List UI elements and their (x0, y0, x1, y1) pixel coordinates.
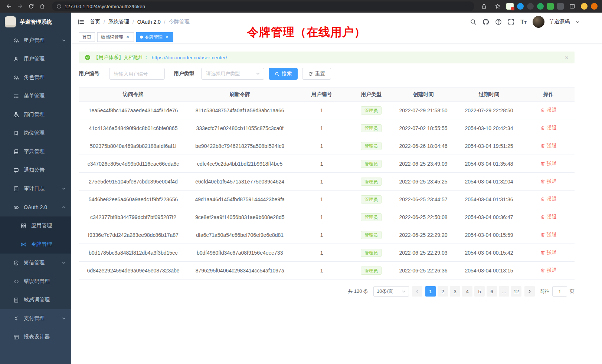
sidebar-item-sms[interactable]: 短信管理 (0, 254, 71, 272)
sidebar-item-audit-log[interactable]: 审计日志 (0, 179, 71, 198)
expire-time-cell: 2054-03-04 00:15:59 (455, 226, 522, 244)
force-logout-button[interactable]: 强退 (540, 196, 557, 202)
tab-close-icon[interactable]: × (125, 34, 130, 40)
split-view-icon[interactable] (567, 1, 578, 11)
force-logout-button[interactable]: 强退 (540, 249, 557, 256)
sidebar-item-error-code[interactable]: 错误码管理 (0, 272, 71, 291)
tab-sensitive-word[interactable]: 敏感词管理× (97, 32, 134, 42)
action-cell: 强退 (523, 119, 575, 137)
access-token-cell: c342377bf8b344799dcbf7bf095287f2 (79, 208, 188, 226)
browser-back-button[interactable] (4, 1, 14, 11)
menu-fold-icon[interactable] (77, 18, 85, 26)
page-button-12[interactable]: 12 (511, 286, 521, 297)
github-icon[interactable] (482, 19, 489, 25)
page-more-button[interactable]: ... (499, 286, 509, 297)
browser-home-button[interactable] (37, 1, 48, 11)
sidebar-item-menu[interactable]: 菜单管理 (0, 87, 71, 105)
force-logout-button[interactable]: 强退 (540, 231, 557, 238)
sidebar-item-oauth2[interactable]: OAuth 2.0 (0, 198, 71, 216)
user-avatar[interactable] (533, 16, 544, 28)
extension-icon[interactable] (527, 3, 534, 10)
expire-time-cell: 2054-03-10 20:42:34 (455, 119, 522, 137)
force-logout-button[interactable]: 强退 (540, 107, 557, 113)
page-size-select[interactable]: 10条/页 (373, 286, 409, 297)
sidebar-item-post[interactable]: 岗位管理 (0, 124, 71, 142)
close-icon[interactable]: × (565, 54, 569, 61)
force-logout-button[interactable]: 强退 (540, 142, 557, 149)
user-type-cell: 管理员 (351, 262, 391, 279)
help-icon[interactable] (495, 19, 502, 25)
breadcrumb-item[interactable]: 系统管理 (108, 19, 129, 25)
share-icon[interactable] (479, 1, 489, 11)
page-button-6[interactable]: 6 (487, 286, 497, 297)
extension-icon[interactable] (517, 3, 524, 10)
extensions-puzzle-icon[interactable] (547, 3, 554, 10)
sidebar-item-pay[interactable]: 支付管理 (0, 309, 71, 328)
user-type-badge: 管理员 (361, 124, 382, 132)
page-button-4[interactable]: 4 (462, 286, 472, 297)
sidebar-item-report-designer[interactable]: 报表设计器 (0, 328, 71, 346)
sidebar-item-tenant[interactable]: 租户管理 (0, 31, 71, 50)
sidebar-item-sensitive-word[interactable]: 敏感词管理 (0, 291, 71, 309)
access-token-cell: b0d1785bc3a8482f812db4a3f3bd15ec (79, 244, 188, 262)
goto-page-input[interactable] (552, 286, 567, 297)
sidebar-item-notice[interactable]: 通知公告 (0, 161, 71, 179)
goto-page: 前往 页 (540, 286, 575, 297)
font-size-icon[interactable]: TT (520, 19, 527, 25)
browser-profile-avatar[interactable] (591, 3, 598, 10)
app-logo[interactable]: 芋道管理系统 (0, 13, 71, 31)
tab-oauth2-token[interactable]: 令牌管理× (136, 32, 173, 42)
extension-icon[interactable] (557, 3, 564, 10)
search-button[interactable]: 搜索 (269, 68, 298, 80)
chevron-down-icon[interactable] (576, 20, 580, 24)
extension-icon[interactable] (506, 3, 514, 10)
profile-emoji-icon[interactable] (581, 3, 588, 10)
force-logout-button[interactable]: 强退 (540, 178, 557, 185)
sidebar-item-role[interactable]: 角色管理 (0, 68, 71, 87)
page-button-5[interactable]: 5 (474, 286, 485, 297)
force-logout-button[interactable]: 强退 (540, 125, 557, 131)
url-bar[interactable]: 127.0.0.1:1024/system/oauth2/token (52, 1, 474, 11)
sidebar-item-user[interactable]: 用户管理 (0, 50, 71, 68)
next-page-button[interactable] (524, 286, 535, 297)
action-cell: 强退 (523, 155, 575, 173)
breadcrumb-item[interactable]: 首页 (90, 19, 100, 25)
site-info-icon[interactable] (56, 4, 62, 9)
bookmark-star-icon[interactable] (493, 1, 503, 11)
sidebar-item-oauth2-app[interactable]: 应用管理 (0, 216, 71, 235)
sidebar-item-dept[interactable]: 部门管理 (0, 105, 71, 124)
chevron-down-icon (256, 72, 260, 76)
prev-page-button[interactable] (412, 286, 422, 297)
user-type-select[interactable]: 请选择用户类型 (201, 68, 264, 80)
force-logout-button[interactable]: 强退 (540, 214, 557, 220)
breadcrumb-separator: / (104, 19, 105, 25)
logo-avatar (5, 16, 16, 27)
page-button-1[interactable]: 1 (425, 286, 436, 297)
tab-home[interactable]: 首页 (79, 32, 95, 42)
browser-forward-button[interactable] (15, 1, 25, 11)
force-logout-button[interactable]: 强退 (540, 267, 557, 274)
tab-label: 首页 (82, 34, 91, 40)
search-icon[interactable] (470, 19, 477, 25)
user-name[interactable]: 芋道源码 (549, 19, 570, 25)
user-id-cell: 1 (292, 191, 351, 208)
chevron-down-icon (402, 289, 406, 294)
breadcrumb-item[interactable]: OAuth 2.0 (137, 19, 161, 25)
browser-reload-button[interactable] (26, 1, 36, 11)
tab-close-icon[interactable]: × (164, 34, 170, 40)
sidebar-item-oauth2-token[interactable]: 令牌管理 (0, 235, 71, 254)
reset-button[interactable]: 重置 (302, 68, 331, 80)
fullscreen-icon[interactable] (508, 19, 514, 25)
sidebar-item-dict[interactable]: 字典管理 (0, 142, 71, 161)
user-id-cell: 1 (292, 137, 351, 155)
user-id-input[interactable] (109, 68, 165, 80)
table-row: 41c41346a548490f9dc8b01c6bfe0865333ecfc7… (79, 119, 575, 137)
create-time-cell: 2022-07-29 21:58:50 (391, 102, 456, 119)
page-button-2[interactable]: 2 (438, 286, 448, 297)
page-button-3[interactable]: 3 (450, 286, 460, 297)
column-header: 用户类型 (351, 87, 391, 102)
doc-link[interactable]: https://doc.iocoder.cn/user-center/ (152, 55, 227, 60)
extension-icon[interactable] (537, 3, 544, 10)
expire-time-cell: 2054-03-04 01:32:04 (455, 173, 522, 191)
force-logout-button[interactable]: 强退 (540, 160, 557, 167)
